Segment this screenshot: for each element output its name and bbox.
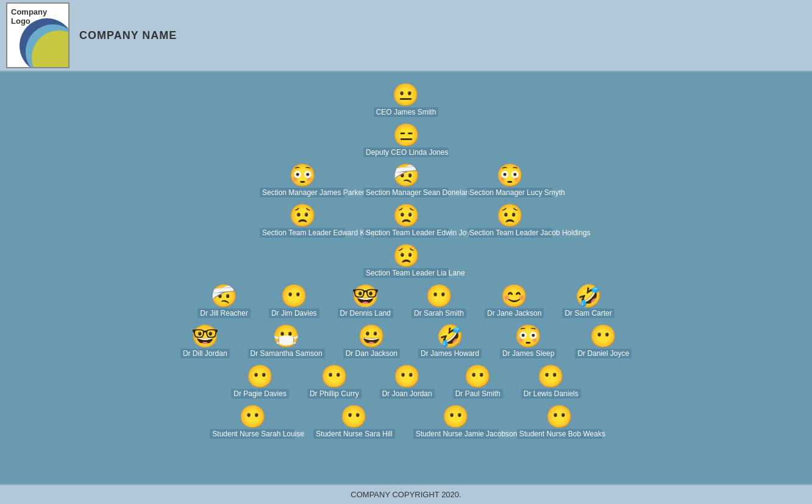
person-emoji-icon: 😟 (393, 245, 420, 267)
person-emoji-icon: 😟 (289, 205, 316, 227)
org-node[interactable]: 🤓Dr Dennis Land (338, 285, 393, 318)
org-row-7: 😶Dr Pagie Davies😶Dr Phillip Curry😶Dr Joa… (231, 366, 581, 399)
person-label: Section Manager Lucy Smyth (467, 188, 552, 197)
person-emoji-icon: 😶 (464, 366, 491, 388)
person-label: Section Team Leader Edward Knight (260, 228, 345, 238)
person-emoji-icon: 😶 (393, 366, 421, 388)
person-emoji-icon: 😀 (358, 325, 385, 347)
person-emoji-icon: 😟 (393, 205, 420, 227)
person-emoji-icon: 😳 (496, 165, 524, 186)
org-node[interactable]: 😶Dr Pagie Davies (231, 366, 289, 399)
person-label: Student Nurse Sarah Louise (210, 429, 295, 439)
person-emoji-icon: 😑 (393, 124, 420, 146)
person-emoji-icon: 😊 (500, 285, 528, 307)
org-node[interactable]: 😊Dr Jane Jackson (485, 285, 544, 318)
person-label: Dr Dan Jackson (343, 349, 400, 358)
org-node[interactable]: 😶Student Nurse Bob Weaks (517, 406, 602, 439)
logo-text: Company Logo (11, 7, 68, 26)
person-label: Section Team Leader Jacob Holdings (467, 228, 552, 238)
person-emoji-icon: 🤓 (352, 285, 379, 307)
person-label: Dr Paul Smith (453, 389, 503, 399)
org-node[interactable]: 🤕Section Manager Sean Donelan (363, 165, 449, 197)
org-node[interactable]: 😶Dr Jim Davies (269, 285, 319, 318)
person-label: Section Team Leader Edwin Joy (363, 228, 449, 238)
org-row-6: 🤓Dr Dill Jordan😷Dr Samantha Samson😀Dr Da… (180, 325, 632, 358)
person-emoji-icon: 🤕 (393, 165, 420, 186)
org-row-2: 😳Section Manager James Parker🤕Section Ma… (260, 165, 552, 197)
person-emoji-icon: 😐 (392, 84, 419, 106)
person-label: Dr Jill Reacher (198, 308, 251, 318)
person-emoji-icon: 😶 (280, 285, 308, 307)
org-node[interactable]: 😶Dr Phillip Curry (307, 366, 361, 399)
person-emoji-icon: 😳 (289, 165, 316, 186)
org-node[interactable]: 😶Dr Paul Smith (453, 366, 503, 399)
org-node[interactable]: 😀Dr Dan Jackson (343, 325, 400, 358)
org-node[interactable]: 😑Deputy CEO Linda Jones (363, 124, 449, 157)
main-content: 😐CEO James Smith😑Deputy CEO Linda Jones😳… (0, 72, 812, 484)
org-row-4: 😟Section Team Leader Lia Lane (363, 245, 449, 278)
company-name: COMPANY NAME (79, 29, 177, 42)
person-label: Dr Sarah Smith (411, 308, 466, 318)
org-node[interactable]: 😳Section Manager James Parker (260, 165, 345, 197)
person-label: Section Team Leader Lia Lane (363, 268, 449, 278)
person-emoji-icon: 😶 (246, 366, 274, 388)
person-label: Dr Jim Davies (269, 308, 319, 318)
person-emoji-icon: 😶 (321, 366, 348, 388)
person-label: Dr Dill Jordan (180, 349, 230, 358)
org-node[interactable]: 😟Section Team Leader Edwin Joy (363, 205, 449, 238)
org-node[interactable]: 🤕Dr Jill Reacher (198, 285, 251, 318)
org-node[interactable]: 🤣Dr Sam Carter (562, 285, 614, 318)
org-node[interactable]: 😳Section Manager Lucy Smyth (467, 165, 552, 197)
org-node[interactable]: 😶Student Nurse Jamie Jacobson (413, 406, 499, 439)
person-emoji-icon: 😟 (496, 205, 524, 227)
person-emoji-icon: 😶 (426, 285, 453, 307)
person-label: Section Manager Sean Donelan (363, 188, 449, 197)
org-node[interactable]: 😟Section Team Leader Lia Lane (363, 245, 449, 278)
person-label: Student Nurse Bob Weaks (517, 429, 602, 439)
person-emoji-icon: 🤓 (191, 325, 219, 347)
org-row-5: 🤕Dr Jill Reacher😶Dr Jim Davies🤓Dr Dennis… (198, 285, 614, 318)
person-label: Dr James Sleep (500, 349, 557, 358)
person-emoji-icon: 🤕 (210, 285, 238, 307)
org-row-1: 😑Deputy CEO Linda Jones (363, 124, 449, 157)
person-label: Deputy CEO Linda Jones (363, 147, 449, 157)
person-label: Dr Daniel Joyce (575, 349, 632, 358)
person-label: Dr Pagie Davies (231, 389, 289, 399)
copyright-text: COMPANY COPYRIGHT 2020. (351, 490, 461, 499)
org-node[interactable]: 😟Section Team Leader Edward Knight (260, 205, 345, 238)
person-label: Dr Lewis Daniels (521, 389, 581, 399)
person-emoji-icon: 😶 (442, 406, 469, 428)
person-label: Dr Sam Carter (562, 308, 614, 318)
person-emoji-icon: 😶 (340, 406, 368, 428)
person-emoji-icon: 😶 (239, 406, 266, 428)
person-label: Dr Joan Jordan (380, 389, 435, 399)
person-label: Dr Samantha Samson (248, 349, 325, 358)
org-row-0: 😐CEO James Smith (374, 84, 439, 117)
org-node[interactable]: 😟Section Team Leader Jacob Holdings (467, 205, 552, 238)
org-node[interactable]: 🤓Dr Dill Jordan (180, 325, 230, 358)
person-emoji-icon: 😶 (546, 406, 573, 428)
person-emoji-icon: 😳 (515, 325, 542, 347)
org-node[interactable]: 😐CEO James Smith (374, 84, 439, 117)
org-chart: 😐CEO James Smith😑Deputy CEO Linda Jones😳… (0, 78, 812, 441)
org-node[interactable]: 😶Student Nurse Sarah Louise (210, 406, 295, 439)
person-label: Section Manager James Parker (260, 188, 345, 197)
org-node[interactable]: 😶Dr Joan Jordan (380, 366, 435, 399)
person-label: Dr James Howard (418, 349, 482, 358)
org-node[interactable]: 😶Dr Sarah Smith (411, 285, 466, 318)
person-emoji-icon: 😶 (589, 325, 617, 347)
person-label: Student Nurse Jamie Jacobson (413, 429, 499, 439)
footer: COMPANY COPYRIGHT 2020. (0, 484, 812, 504)
org-node[interactable]: 😳Dr James Sleep (500, 325, 557, 358)
person-label: Dr Jane Jackson (485, 308, 544, 318)
org-node[interactable]: 😶Student Nurse Sara Hill (313, 406, 394, 439)
person-emoji-icon: 🤣 (575, 285, 602, 307)
org-node[interactable]: 😶Dr Daniel Joyce (575, 325, 632, 358)
logo-box: Company Logo (6, 2, 69, 68)
org-node[interactable]: 😶Dr Lewis Daniels (521, 366, 581, 399)
person-label: Dr Dennis Land (338, 308, 393, 318)
org-node[interactable]: 😷Dr Samantha Samson (248, 325, 325, 358)
org-node[interactable]: 🤣Dr James Howard (418, 325, 482, 358)
person-label: Student Nurse Sara Hill (313, 429, 394, 439)
org-row-8: 😶Student Nurse Sarah Louise😶Student Nurs… (210, 406, 602, 439)
